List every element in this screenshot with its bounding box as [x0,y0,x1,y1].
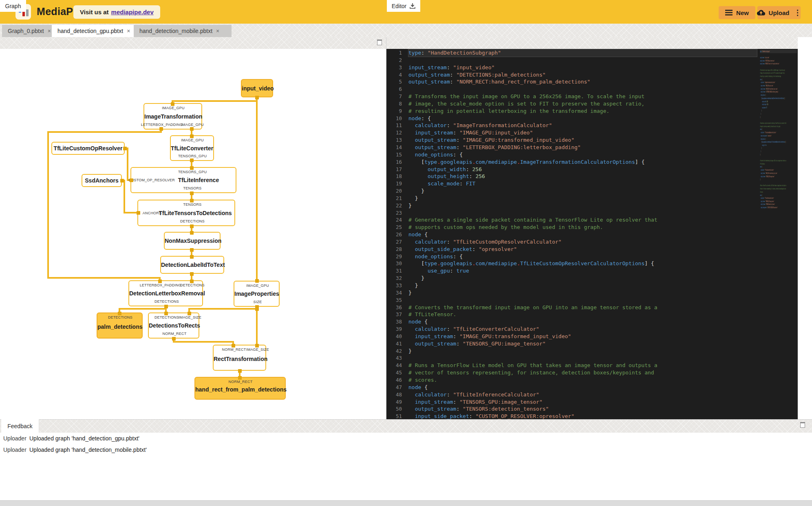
node-port-label: TENSORS [183,186,202,190]
node-port-label: SIZE [254,300,262,304]
file-tab[interactable]: hand_detection_gpu.pbtxt× [52,25,142,37]
port-connector [255,279,259,283]
graph-tab-label: Graph [5,3,21,9]
graph-node[interactable]: TfLiteConverterIMAGE_GPUTENSORS_GPU [170,135,214,161]
code-line: 13 output_stream: "IMAGE_GPU:transformed… [386,136,757,144]
graph-node[interactable]: hand_rect_from_palm_detectionsNORM_RECT [194,377,286,400]
graph-edge [256,97,258,282]
node-port-label: TENSORS_GPU [178,154,207,158]
code-line: output_stream: "TENSORS_GPU:image_tensor… [759,175,797,178]
file-tab-label: Graph_0.pbtxt [8,28,44,34]
file-tab-label: hand_detection_mobile.pbtxt [139,28,212,34]
graph-node[interactable]: RectTransformationNORM_RECTIMAGE_SIZE [213,345,266,371]
feedback-source-label: Uploader [3,435,29,442]
code-line: 26node { [386,231,757,238]
code-line: 28 output_side_packet: "opresolver" [386,246,757,253]
node-title: TfLiteTensorsToDetections [159,210,232,216]
node-port-label: DETECTIONS [180,283,205,287]
graph-node[interactable]: TfLiteTensorsToDetectionsANCHORSTENSORSD… [137,200,235,226]
graph-node[interactable]: DetectionLabelIdToText [160,256,224,274]
code-line: 7# Transforms the input image on GPU to … [386,93,757,100]
editor-tab-label: Editor [392,3,407,9]
tab-graph[interactable]: Graph [0,0,26,12]
port-connector [255,344,259,348]
feedback-bar [0,419,812,433]
feedback-source-label: Uploader [3,447,29,453]
code-line: use_gpu: true [759,143,797,147]
code-editor[interactable]: 1type: "HandDetectionSubgraph"23input_st… [386,49,798,419]
feedback-maximize-icon[interactable] [800,422,805,428]
node-title: ImageTransformation [144,113,201,120]
close-tab-icon[interactable]: × [48,28,51,34]
node-port-label: IMAGE_SIZE [246,348,269,352]
graph-node[interactable]: TfLiteCustomOpResolver [51,142,125,155]
code-line: calculator: "TfLiteConverterCalculator" [759,169,797,172]
graph-node[interactable]: ImageTransformationIMAGE_GPULETTERBOX_PA… [143,103,202,130]
graph-canvas[interactable]: input_videoImageTransformationIMAGE_GPUL… [0,49,386,419]
code-line: 30 [type.googleapis.com/mediapipe.TfLite… [386,260,757,267]
graph-edge [47,277,161,279]
code-line: } [759,153,797,156]
feedback-log: UploaderUploaded graph 'hand_detection_g… [0,433,812,500]
code-line: 20 } [386,187,757,195]
graph-node[interactable]: TfLiteInferenceCUSTOM_OP_RESOLVERTENSORS… [130,167,236,193]
graph-node[interactable]: DetectionLetterboxRemovalLETTERBOX_PADDI… [128,280,203,306]
graph-edge [173,341,234,343]
node-port-label: DETECTIONS [108,315,132,319]
code-line: # Transforms the input image on GPU to a… [759,68,797,72]
feedback-message: Uploaded graph 'hand_detection_mobile.pb… [29,447,147,453]
code-line: 47node { [386,384,757,391]
node-port-label: LETTERBOX_PADDING [141,123,183,127]
code-line: 15 node_options: { [386,151,757,158]
more-options-icon[interactable]: ⋮ [794,8,801,17]
code-line: 50 output_stream: "TENSORS:detection_ten… [386,405,757,413]
bottom-scrollbar[interactable] [0,500,812,506]
file-tab[interactable]: hand_detection_mobile.pbtxt× [134,25,232,37]
graph-node[interactable]: palm_detectionsDETECTIONS [97,312,143,339]
code-line: output_stream: "DETECTIONS:palm_detectio… [759,59,797,62]
mediapipe-dev-link[interactable]: mediapipe.dev [111,9,154,15]
code-line: output_width: 256 [759,100,797,103]
editor-minimap[interactable]: type: "HandDetectionSubgraph"input_strea… [759,50,797,418]
code-line: 27 calculator: "TfLiteCustomOpResolverCa… [386,238,757,246]
upload-button[interactable]: Upload ⋮ [757,6,801,19]
new-button[interactable]: New [719,6,755,19]
graph-node[interactable]: ImagePropertiesIMAGE_GPUSIZE [234,281,280,307]
port-connector [232,344,235,348]
mediapipe-visualizer: MediaPipe Visit us at mediapipe.dev New … [0,0,812,506]
code-line: input_side_packet: "CUSTOM_OP_RESOLVER:o… [759,206,797,209]
graph-edge [172,100,258,102]
code-line: 22} [386,202,757,209]
code-line [759,156,797,159]
code-line [759,119,797,122]
node-title: DetectionsToRects [149,322,199,329]
graph-maximize-icon[interactable] [377,40,382,45]
node-port-label: DETECTIONS [154,299,179,304]
code-line: 43 [386,354,757,362]
node-title: TfLiteInference [178,177,219,183]
graph-node[interactable]: input_video [241,79,273,97]
graph-node[interactable]: NonMaxSuppression [164,232,221,250]
node-title: RectTransformation [214,356,265,362]
graph-node[interactable]: SsdAnchors [82,174,122,187]
node-title: DetectionLetterboxRemoval [129,290,202,297]
graph-edge [188,308,258,310]
code-line: output_stream: "IMAGE_GPU:transformed_in… [759,87,797,90]
close-tab-icon[interactable]: × [127,28,130,34]
code-line: type: "HandDetectionSubgraph" [759,50,797,53]
download-icon[interactable] [410,3,415,9]
tab-editor[interactable]: Editor [387,0,420,12]
port-connector [190,134,194,138]
code-line: node { [759,194,797,197]
node-port-label: IMAGE_GPU [181,138,203,142]
port-connector [158,279,162,283]
code-line: } [759,109,797,112]
graph-node[interactable]: DetectionsToRectsDETECTIONSIMAGE_SIZENOR… [148,312,199,339]
close-tab-icon[interactable]: × [216,28,219,34]
code-line: node { [759,165,797,169]
panel-tab-strip [0,37,812,49]
port-connector [190,191,194,195]
graph-edge [124,180,125,213]
graph-edge [119,308,167,310]
tab-feedback[interactable]: Feedback [1,419,39,433]
